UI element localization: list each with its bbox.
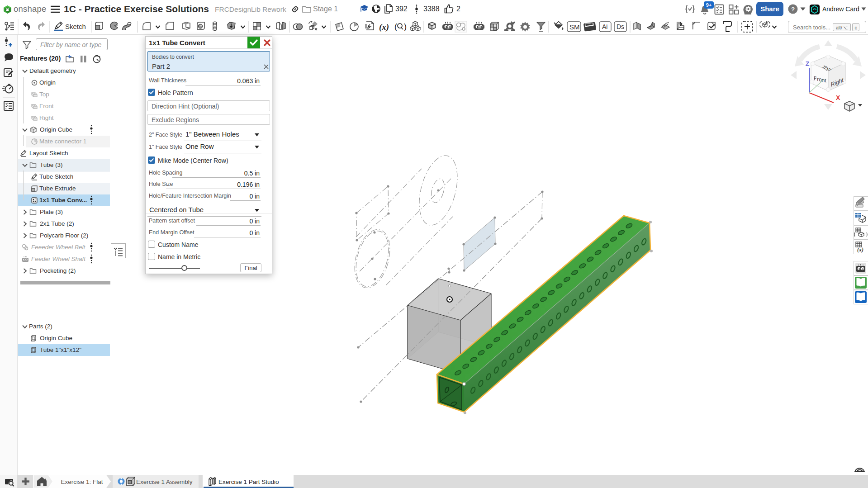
svg-text:(x): (x) bbox=[379, 22, 389, 32]
svg-text:Exercise 1: Flat: Exercise 1: Flat bbox=[61, 479, 103, 485]
svg-text:Z: Z bbox=[806, 60, 810, 67]
svg-text:Exercise 1 Part Studio: Exercise 1 Part Studio bbox=[218, 479, 279, 485]
svg-text:Ai: Ai bbox=[602, 23, 607, 30]
svg-text:Sketch: Sketch bbox=[65, 23, 86, 30]
svg-text:): ) bbox=[404, 22, 407, 31]
svg-text:?: ? bbox=[791, 6, 795, 13]
svg-text:Exercise 1 Assembly: Exercise 1 Assembly bbox=[136, 479, 193, 485]
svg-text:(x): (x) bbox=[857, 246, 863, 253]
svg-text:X: X bbox=[836, 94, 840, 101]
svg-text:SM: SM bbox=[569, 23, 580, 31]
svg-text:(: ( bbox=[394, 22, 397, 31]
svg-text:Ds: Ds bbox=[617, 23, 624, 30]
